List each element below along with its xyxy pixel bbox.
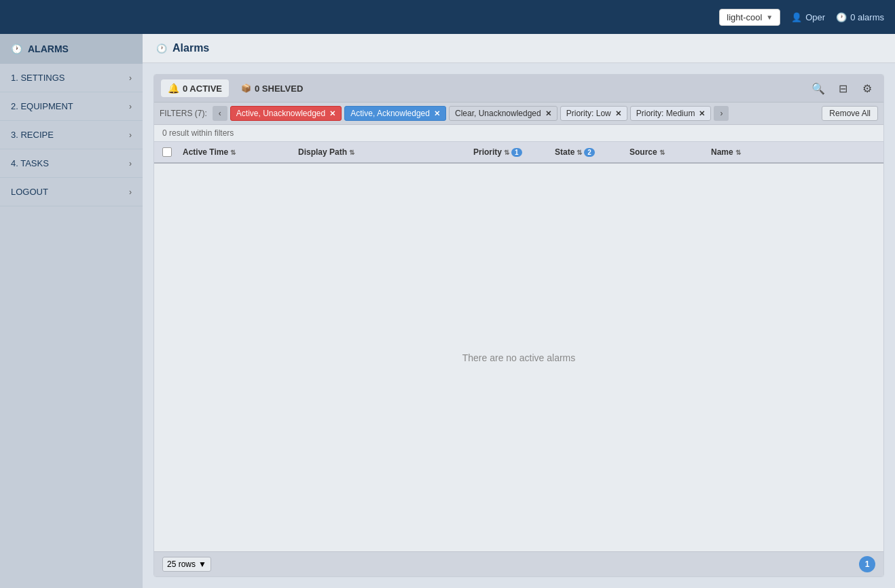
page-title: Alarms [172, 42, 209, 54]
theme-dropdown[interactable]: light-cool ▼ [719, 9, 780, 26]
sidebar-item-equipment[interactable]: 2. EQUIPMENT › [0, 92, 143, 121]
alarms-label: 0 alarms [850, 12, 884, 22]
sort-icon: ⇅ [230, 149, 236, 156]
sort-icon: ⇅ [735, 149, 741, 156]
sidebar-title: ALARMS [28, 43, 69, 54]
shelved-tab[interactable]: 📦 0 SHELVED [234, 80, 310, 97]
clock-icon: 🕐 [836, 12, 847, 22]
chevron-right-icon: › [129, 159, 132, 168]
sort-icon: ⇅ [349, 149, 354, 156]
alarms-footer: 25 rows ▼ 1 [154, 551, 883, 576]
filter-icon: ⊟ [839, 82, 847, 95]
page-number-badge[interactable]: 1 [859, 556, 875, 572]
table-header-name[interactable]: Name ⇅ [706, 142, 881, 162]
filter-remove-icon[interactable]: ✕ [545, 109, 551, 118]
theme-label: light-cool [727, 12, 762, 22]
sidebar-item-label: 4. TASKS [11, 158, 49, 168]
col-label: Name [711, 147, 733, 157]
page-header: 🕐 Alarms [143, 34, 895, 63]
filter-remove-icon[interactable]: ✕ [329, 109, 335, 118]
table-header-active-time[interactable]: Active Time ⇅ [177, 142, 293, 162]
filter-chip-label: Clear, Unacknowledged [455, 109, 541, 118]
sidebar-item-label: 1. SETTINGS [11, 73, 65, 83]
table-header-display-path[interactable]: Display Path ⇅ [293, 142, 468, 162]
chevron-down-icon: ▼ [766, 14, 773, 21]
sort-icon: ⇅ [577, 149, 582, 156]
active-tab-label: 0 ACTIVE [183, 84, 222, 94]
chevron-right-icon: › [129, 102, 132, 111]
sidebar-item-label: 3. RECIPE [11, 130, 54, 140]
sidebar-item-tasks[interactable]: 4. TASKS › [0, 149, 143, 178]
filter-remove-icon[interactable]: ✕ [615, 109, 621, 118]
filter-chip-label: Active, Unacknowledged [236, 109, 325, 118]
select-all-checkbox[interactable] [162, 147, 172, 157]
col-label: State [555, 147, 574, 157]
filter-remove-icon[interactable]: ✕ [699, 109, 705, 118]
filter-chip-priority-medium: Priority: Medium ✕ [630, 106, 712, 121]
search-icon: 🔍 [811, 82, 825, 95]
rows-label: 25 rows [167, 559, 196, 569]
table-header-checkbox[interactable] [157, 142, 177, 162]
filters-label: FILTERS (7): [160, 109, 207, 118]
chevron-right-icon: › [129, 130, 132, 140]
sidebar: 🕐 ALARMS 1. SETTINGS › 2. EQUIPMENT › 3.… [0, 34, 143, 588]
col-label: Priority [473, 147, 502, 157]
sidebar-header: 🕐 ALARMS [0, 34, 143, 64]
col-label: Display Path [298, 147, 347, 157]
result-count: 0 result within filters [154, 125, 883, 142]
table-body: There are no active alarms [154, 164, 883, 551]
table-header-priority[interactable]: Priority ⇅ 1 [468, 142, 549, 162]
col-label: Source [629, 147, 657, 157]
navbar: light-cool ▼ 👤 Oper 🕐 0 alarms [0, 0, 895, 34]
filter-chip-active-unack: Active, Unacknowledged ✕ [230, 106, 342, 121]
table-header-source[interactable]: Source ⇅ [624, 142, 706, 162]
filter-chip-label: Active, Acknowledged [350, 109, 430, 118]
empty-message: There are no active alarms [462, 352, 576, 363]
sidebar-item-label: LOGOUT [11, 187, 48, 197]
priority-badge: 1 [511, 148, 522, 157]
result-count-text: 0 result within filters [162, 128, 234, 138]
filter-chip-priority-low: Priority: Low ✕ [560, 106, 627, 121]
shelved-tab-label: 0 SHELVED [255, 84, 303, 94]
alarm-clock-icon: 🕐 [11, 43, 22, 54]
table-header-state[interactable]: State ⇅ 2 [549, 142, 624, 162]
filter-chip-clear-unack: Clear, Unacknowledged ✕ [449, 106, 558, 121]
filter-chip-label: Priority: Medium [636, 109, 695, 118]
rows-per-page: 25 rows ▼ [162, 557, 211, 572]
sidebar-item-recipe[interactable]: 3. RECIPE › [0, 121, 143, 149]
search-button[interactable]: 🔍 [809, 79, 828, 98]
box-icon: 📦 [241, 84, 251, 93]
settings-button[interactable]: ⚙ [858, 79, 877, 98]
alarm-icon: 🕐 [156, 43, 167, 54]
sort-icon: ⇅ [659, 149, 665, 156]
active-tab[interactable]: 🔔 0 ACTIVE [161, 79, 229, 97]
sidebar-item-settings[interactable]: 1. SETTINGS › [0, 64, 143, 92]
gear-icon: ⚙ [862, 82, 872, 95]
rows-dropdown[interactable]: 25 rows ▼ [162, 557, 211, 572]
user-icon: 👤 [791, 12, 802, 22]
filter-button[interactable]: ⊟ [833, 79, 852, 98]
user-label: Oper [805, 12, 825, 22]
filter-chip-label: Priority: Low [566, 109, 611, 118]
bell-icon: 🔔 [168, 83, 179, 94]
alarms-count: 🕐 0 alarms [836, 12, 884, 22]
filter-remove-icon[interactable]: ✕ [434, 109, 440, 118]
sidebar-item-logout[interactable]: LOGOUT › [0, 178, 143, 206]
table-header: Active Time ⇅ Display Path ⇅ Priority ⇅ … [154, 142, 883, 164]
alarms-panel: 🔔 0 ACTIVE 📦 0 SHELVED 🔍 ⊟ ⚙ [153, 74, 884, 577]
chevron-right-icon: › [129, 73, 132, 83]
main-content: 🕐 Alarms 🔔 0 ACTIVE 📦 0 SHELVED 🔍 [143, 34, 895, 588]
filters-row: FILTERS (7): ‹ Active, Unacknowledged ✕ … [154, 103, 883, 125]
filter-chip-active-ack: Active, Acknowledged ✕ [344, 106, 446, 121]
chevron-right-icon: › [129, 187, 132, 197]
sidebar-item-label: 2. EQUIPMENT [11, 101, 73, 111]
alarms-toolbar: 🔔 0 ACTIVE 📦 0 SHELVED 🔍 ⊟ ⚙ [154, 75, 883, 103]
col-label: Active Time [183, 147, 228, 157]
filter-prev-button[interactable]: ‹ [213, 106, 227, 121]
chevron-down-icon: ▼ [198, 559, 206, 569]
state-badge: 2 [584, 148, 595, 157]
main-layout: 🕐 ALARMS 1. SETTINGS › 2. EQUIPMENT › 3.… [0, 34, 895, 588]
remove-all-button[interactable]: Remove All [822, 106, 878, 121]
sort-icon: ⇅ [504, 149, 509, 156]
filter-next-button[interactable]: › [714, 106, 729, 121]
